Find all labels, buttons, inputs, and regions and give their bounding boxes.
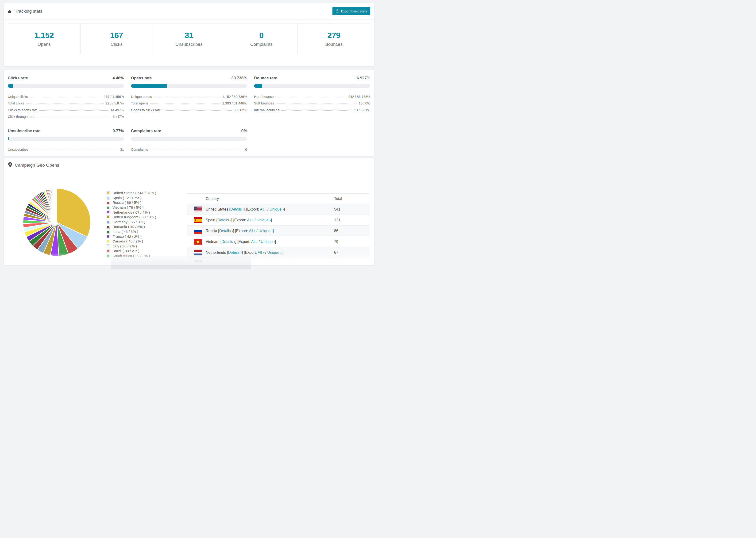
legend-swatch-united-states — [107, 191, 110, 195]
legend-item-italy[interactable]: Italy ( 36 / 2% ) — [107, 244, 156, 249]
legend-swatch-spain — [107, 196, 110, 199]
tracking-stats-header: Tracking stats Export basic stats — [4, 3, 374, 20]
export-basic-stats-button[interactable]: Export basic stats — [333, 7, 370, 15]
export-unique-link-netherlands[interactable]: Unique › — [267, 250, 281, 254]
legend-item-germany[interactable]: Germany ( 55 / 3% ) — [107, 220, 156, 225]
details-link-russia[interactable]: Details › — [219, 229, 233, 233]
total-cell: 541 — [334, 207, 369, 211]
rate-value-clicks: 4.46% — [112, 76, 124, 81]
rate-block-clicks: Clicks rate4.46%Unique clicks167 / 4.456… — [8, 76, 124, 119]
dotted-leader — [30, 150, 118, 150]
legend-swatch-russia — [107, 201, 110, 204]
geo-opens-pie-chart[interactable] — [22, 188, 91, 257]
export-unique-link-russia[interactable]: Unique › — [258, 229, 273, 233]
map-pin-icon — [8, 162, 12, 168]
country-cell: United States [Details ›] [Export: All ›… — [206, 207, 334, 211]
legend-item-south-africa[interactable]: South Africa ( 29 / 2% ) — [107, 253, 156, 258]
details-link-vietnam[interactable]: Details › — [221, 240, 235, 243]
export-unique-link-vietnam[interactable]: Unique › — [261, 240, 275, 243]
legend-item-netherlands[interactable]: Netherlands ( 67 / 4% ) — [107, 210, 156, 215]
rate-row-label: Total opens — [131, 101, 148, 106]
rate-block-bounce: Bounce rate6.927%Hard bounces242 / 86.73… — [254, 76, 370, 119]
country-cell: Vietnam [Details ›] [Export: All › / Uni… — [206, 240, 334, 244]
rate-block-opens: Opens rate30.736%Unique opens1,152 / 30.… — [131, 76, 247, 119]
details-link-spain[interactable]: Details › — [217, 218, 231, 222]
legend-item-united-kingdom[interactable]: United Kingdom ( 59 / 3% ) — [107, 215, 156, 220]
progress-track-clicks — [8, 84, 124, 88]
rate-row-label: Internal bounces — [254, 108, 279, 113]
rate-detail-rows-opens: Unique opens1,152 / 30.736%Total opens2,… — [131, 92, 247, 113]
rate-row-value: 1,152 / 30.736% — [222, 95, 247, 99]
legend-item-vietnam[interactable]: Vietnam ( 79 / 5% ) — [107, 205, 156, 210]
rate-header-opens: Opens rate30.736% — [131, 76, 247, 81]
export-all-link-united-states[interactable]: All › — [260, 207, 266, 211]
legend-item-russia[interactable]: Russia ( 86 / 5% ) — [107, 200, 156, 205]
rate-value-unsubscribe: 0.77% — [112, 129, 124, 133]
rate-block-unsubscribe: Unsubscribe rate0.77%Unsubscribes31 — [8, 129, 124, 152]
legend-label-india: India ( 46 / 3% ) — [112, 230, 138, 234]
export-all-link-netherlands[interactable]: All › — [257, 250, 264, 254]
pie-slice-other-39[interactable] — [57, 188, 57, 222]
legend-swatch-vietnam — [107, 206, 110, 209]
total-cell: 59 — [334, 261, 369, 265]
details-link-netherlands[interactable]: Details › — [228, 250, 242, 254]
rate-header-complaints: Complaints rate0% — [131, 129, 247, 133]
export-all-link-spain[interactable]: All › — [247, 218, 253, 222]
legend-item-india[interactable]: India ( 46 / 3% ) — [107, 229, 156, 234]
export-all-link-united-kingdom[interactable]: All › — [264, 261, 271, 265]
summary-stats-row: 1,152Opens167Clicks31Unsubscribes0Compla… — [8, 23, 370, 54]
geo-table-row-united-kingdom: United Kingdom [Details ›] [Export: All … — [187, 258, 369, 265]
geo-table-row-spain: Spain [Details ›] [Export: All › / Uniqu… — [187, 215, 369, 225]
dotted-leader — [36, 117, 111, 117]
rate-title-unsubscribe: Unsubscribe rate — [8, 129, 40, 133]
geo-opens-title: Campaign Geo Opens — [15, 163, 59, 168]
rate-detail-rows-unsubscribe: Unsubscribes31 — [8, 145, 124, 152]
country-name: Netherlands — [206, 250, 227, 254]
export-icon — [336, 9, 339, 13]
legend-swatch-france — [107, 235, 110, 238]
total-cell: 67 — [334, 250, 369, 255]
rate-row-value: 31 — [120, 148, 124, 152]
legend-item-spain[interactable]: Spain ( 121 / 7% ) — [107, 195, 156, 200]
progress-track-bounce — [254, 84, 370, 88]
rates-grid: Clicks rate4.46%Unique clicks167 / 4.456… — [8, 76, 370, 152]
export-unique-link-united-kingdom[interactable]: Unique › — [274, 261, 288, 265]
export-all-link-vietnam[interactable]: All › — [251, 240, 258, 243]
rate-row-value: 2,303 / 61.446% — [222, 101, 247, 106]
legend-label-united-kingdom: United Kingdom ( 59 / 3% ) — [112, 215, 156, 219]
legend-item-canada[interactable]: Canada ( 40 / 2% ) — [107, 239, 156, 244]
dotted-leader — [150, 103, 220, 104]
geo-table-header-row: CountryTotal — [187, 193, 369, 204]
geo-opens-table: CountryTotalUnited States [Details ›] [E… — [187, 193, 369, 265]
details-link-united-states[interactable]: Details › — [230, 207, 244, 211]
legend-item-romania[interactable]: Romania ( 49 / 3% ) — [107, 224, 156, 229]
export-unique-link-spain[interactable]: Unique › — [257, 218, 271, 222]
nl-flag-icon — [194, 250, 202, 255]
legend-label-russia: Russia ( 86 / 5% ) — [112, 200, 141, 205]
flag-cell — [187, 250, 206, 255]
rate-row-label: Complaints — [131, 148, 148, 152]
export-unique-link-united-states[interactable]: Unique › — [270, 207, 284, 211]
legend-item-france[interactable]: France ( 42 / 2% ) — [107, 234, 156, 239]
export-all-link-russia[interactable]: All › — [249, 229, 255, 233]
stat-value-unsubscribes: 31 — [185, 31, 193, 40]
legend-swatch-italy — [107, 244, 110, 248]
rate-row-value: 689.82% — [234, 108, 247, 113]
legend-label-south-africa: South Africa ( 29 / 2% ) — [112, 254, 150, 258]
geo-table-row-russia: Russia [Details ›] [Export: All › / Uniq… — [187, 225, 369, 236]
stat-value-clicks: 167 — [110, 31, 123, 40]
dotted-leader — [29, 97, 102, 97]
legend-swatch-germany — [107, 220, 110, 224]
legend-item-united-states[interactable]: United States ( 541 / 31% ) — [107, 190, 156, 195]
country-cell: Spain [Details ›] [Export: All › / Uniqu… — [206, 218, 334, 222]
country-cell: United Kingdom [Details ›] [Export: All … — [206, 261, 334, 265]
rate-detail-rows-bounce: Hard bounces242 / 86.738%Soft bounces18 … — [254, 92, 370, 113]
legend-item-brazil[interactable]: Brazil ( 33 / 2% ) — [107, 248, 156, 253]
details-link-united-kingdom[interactable]: Details › — [235, 261, 248, 265]
legend-swatch-united-kingdom — [107, 215, 110, 219]
tracking-stats-card: Tracking stats Export basic stats 1,152O… — [4, 3, 374, 67]
dotted-leader — [26, 103, 104, 104]
rate-row-label: Unique clicks — [8, 95, 28, 99]
geo-header-total: Total — [334, 197, 369, 201]
legend-label-spain: Spain ( 121 / 7% ) — [112, 196, 141, 200]
